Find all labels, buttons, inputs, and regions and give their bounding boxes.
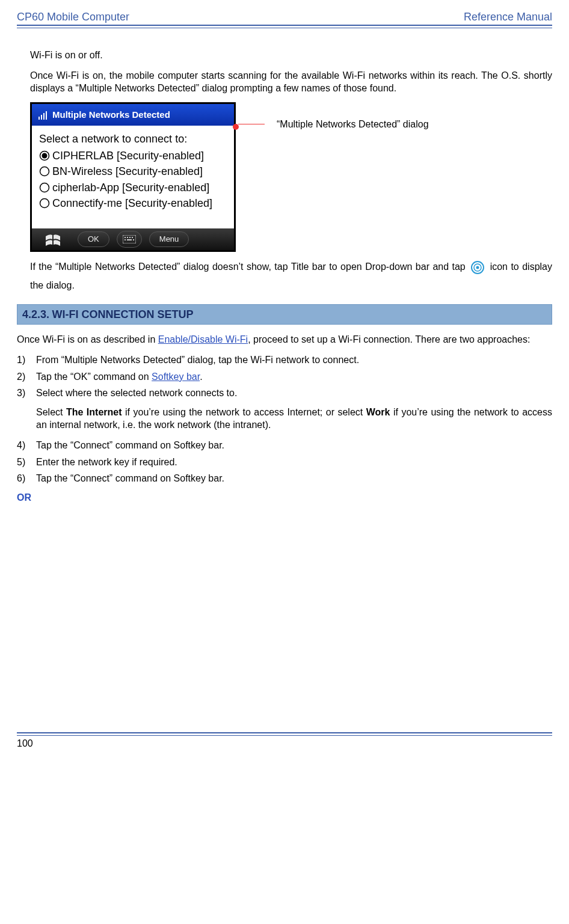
svg-point-6: [40, 167, 49, 176]
keyboard-button[interactable]: [117, 231, 142, 248]
svg-rect-10: [125, 237, 126, 238]
step-number: 2): [17, 370, 36, 384]
svg-rect-3: [46, 111, 47, 120]
header-left: CP60 Mobile Computer: [17, 11, 129, 23]
svg-point-5: [42, 153, 48, 159]
section-heading: 4.2.3. WI-FI CONNECTION SETUP: [17, 304, 552, 325]
radio-icon: [39, 198, 50, 209]
list-item: 2)Tap the “OK” command on Softkey bar.: [17, 370, 552, 384]
text-run: If the “Multiple Networks Detected” dial…: [30, 262, 469, 272]
radio-icon: [39, 166, 50, 177]
text-run: Tap the “OK” command on: [36, 372, 152, 382]
ok-label: OK: [88, 234, 99, 245]
steps-list: 1)From “Multiple Networks Detected” dial…: [17, 353, 552, 400]
footer-rule: [17, 732, 552, 736]
step-text: From “Multiple Networks Detected” dialog…: [36, 353, 359, 367]
bold-text: Work: [366, 407, 390, 417]
body-paragraph: Wi-Fi is on or off.: [30, 49, 552, 62]
bold-text: The Internet: [66, 407, 122, 417]
network-label: Connectify-me [Security-enabled]: [52, 196, 212, 210]
header-right: Reference Manual: [464, 11, 552, 23]
text-run: .: [200, 372, 202, 382]
step-number: 5): [17, 456, 36, 469]
text-run: Once Wi-Fi is on as described in: [17, 334, 158, 344]
step-extra-paragraph: Select The Internet if you’re using the …: [36, 406, 552, 432]
section-number: 4.2.3.: [22, 308, 49, 320]
start-button[interactable]: [32, 232, 74, 246]
dialog-figure: Multiple Networks Detected Select a netw…: [30, 102, 552, 252]
menu-label: Menu: [159, 234, 179, 245]
step-text: Select where the selected network connec…: [36, 387, 237, 400]
svg-point-8: [40, 198, 49, 207]
step-text: Tap the “OK” command on Softkey bar.: [36, 370, 203, 384]
dialog-title: Multiple Networks Detected: [52, 109, 170, 121]
dialog-heading: Select a network to connect to:: [39, 132, 227, 146]
text-run: if you’re using the network to access In…: [122, 407, 366, 417]
svg-rect-0: [38, 117, 40, 120]
text-run: , proceed to set up a Wi-Fi connection. …: [248, 334, 530, 344]
dialog-body: Select a network to connect to: CIPHERLA…: [32, 126, 234, 228]
svg-rect-2: [43, 113, 45, 120]
network-label: BN-Wireless [Security-enabled]: [52, 164, 203, 179]
mobile-dialog: Multiple Networks Detected Select a netw…: [30, 102, 236, 252]
network-option[interactable]: Connectify-me [Security-enabled]: [39, 196, 227, 210]
list-item: 5)Enter the network key if required.: [17, 456, 552, 469]
list-item: 6)Tap the “Connect” command on Softkey b…: [17, 472, 552, 485]
svg-point-17: [233, 124, 239, 130]
page-header: CP60 Mobile Computer Reference Manual: [17, 11, 552, 23]
header-rule: [17, 25, 552, 28]
body-paragraph: If the “Multiple Networks Detected” dial…: [30, 258, 552, 295]
step-number: 6): [17, 472, 36, 485]
network-label: cipherlab-App [Security-enabled]: [52, 180, 209, 195]
svg-rect-13: [132, 237, 133, 238]
dialog-title-bar[interactable]: Multiple Networks Detected: [32, 104, 234, 126]
intro-paragraph: Once Wi-Fi is on as described in Enable/…: [17, 333, 552, 346]
steps-list: 4)Tap the “Connect” command on Softkey b…: [17, 439, 552, 485]
network-option[interactable]: cipherlab-App [Security-enabled]: [39, 180, 227, 195]
svg-rect-14: [125, 239, 126, 240]
callout-text: “Multiple Networks Detected” dialog: [277, 118, 429, 131]
step-number: 4): [17, 439, 36, 452]
link-enable-disable-wifi[interactable]: Enable/Disable Wi-Fi: [158, 334, 248, 344]
step-number: 1): [17, 353, 36, 367]
ok-button[interactable]: OK: [78, 231, 109, 247]
wifi-signal-icon: [38, 109, 49, 120]
wifi-info-icon: [471, 261, 484, 274]
callout-line: [238, 124, 265, 124]
step-number: 3): [17, 387, 36, 400]
radio-icon: [39, 182, 50, 193]
menu-button[interactable]: Menu: [149, 231, 189, 247]
step-text: Enter the network key if required.: [36, 456, 177, 469]
link-softkey-bar[interactable]: Softkey bar: [152, 372, 200, 382]
list-item: 3)Select where the selected network conn…: [17, 387, 552, 400]
network-option[interactable]: BN-Wireless [Security-enabled]: [39, 164, 227, 179]
radio-selected-icon: [39, 150, 50, 161]
network-option[interactable]: CIPHERLAB [Security-enabled]: [39, 148, 227, 163]
svg-rect-16: [133, 239, 134, 240]
body-paragraph: Once Wi-Fi is on, the mobile computer st…: [30, 69, 552, 95]
svg-rect-11: [127, 237, 128, 238]
page-number: 100: [17, 738, 552, 749]
list-item: 4)Tap the “Connect” command on Softkey b…: [17, 439, 552, 452]
network-label: CIPHERLAB [Security-enabled]: [52, 148, 204, 163]
step-text: Tap the “Connect” command on Softkey bar…: [36, 472, 224, 485]
step-text: Tap the “Connect” command on Softkey bar…: [36, 439, 224, 452]
list-item: 1)From “Multiple Networks Detected” dial…: [17, 353, 552, 367]
callout: “Multiple Networks Detected” dialog: [236, 118, 429, 131]
svg-point-20: [476, 266, 479, 269]
text-run: Select: [36, 407, 66, 417]
svg-point-7: [40, 183, 49, 192]
svg-rect-12: [129, 237, 131, 238]
svg-rect-15: [127, 239, 132, 240]
softkey-bar: OK Menu: [32, 228, 234, 250]
svg-rect-1: [41, 115, 42, 120]
or-label: OR: [17, 491, 552, 504]
section-title: WI-FI CONNECTION SETUP: [52, 308, 194, 320]
